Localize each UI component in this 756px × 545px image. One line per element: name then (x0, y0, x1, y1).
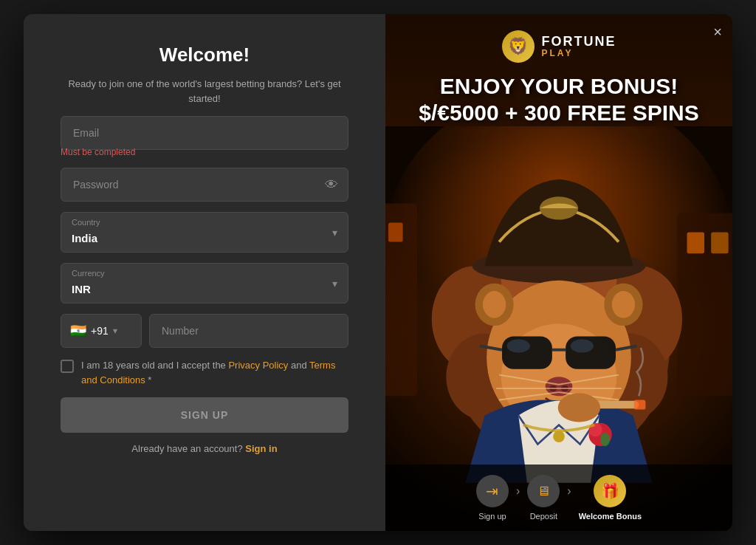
svg-point-42 (600, 433, 610, 446)
country-select-wrapper: Country India USA UK ▾ (61, 212, 348, 253)
terms-checkbox-row: I am 18 years old and I accept the Priva… (61, 358, 348, 387)
svg-rect-21 (566, 336, 616, 369)
terms-checkbox[interactable] (61, 360, 74, 373)
step-bonus-label: Welcome Bonus (579, 512, 642, 521)
step-signup-label: Sign up (478, 512, 506, 521)
bonus-line2: $/€5000 + 300 FREE SPINS (419, 100, 698, 126)
svg-rect-7 (687, 233, 704, 254)
phone-country-selector[interactable]: 🇮🇳 +91 ▾ (61, 314, 142, 348)
email-input[interactable] (61, 116, 348, 150)
modal-container: Welcome! Ready to join one of the world'… (24, 14, 732, 531)
svg-rect-44 (634, 400, 646, 410)
toggle-password-icon[interactable]: 👁 (325, 177, 338, 193)
svg-point-37 (483, 291, 506, 318)
bonus-text-block: ENJOY YOUR BONUS! $/€5000 + 300 FREE SPI… (396, 63, 721, 126)
close-button[interactable]: × (713, 24, 722, 39)
brand-fortune-text: FORTUNE (542, 35, 616, 49)
brand-header: 🦁 FORTUNE PLAY (502, 30, 616, 63)
email-group: Must be completed (61, 116, 348, 157)
password-group: 👁 (61, 168, 348, 202)
svg-point-23 (507, 339, 530, 352)
step-signup: ⇥ Sign up (476, 475, 509, 521)
phone-code: +91 (91, 325, 109, 337)
india-flag-icon: 🇮🇳 (70, 323, 86, 339)
country-label: Country (72, 218, 100, 227)
svg-point-45 (558, 393, 600, 422)
left-panel: Welcome! Ready to join one of the world'… (24, 14, 385, 531)
privacy-policy-link[interactable]: Privacy Policy (228, 360, 288, 371)
step-bonus-icon: 🎁 (594, 475, 626, 507)
step-arrow-2: › (567, 484, 571, 498)
email-error: Must be completed (61, 147, 348, 157)
brand-name-block: FORTUNE PLAY (542, 35, 616, 59)
svg-point-24 (571, 339, 594, 352)
step-arrow-1: › (516, 484, 520, 498)
svg-rect-20 (502, 336, 552, 369)
right-panel: × 🦁 FORTUNE PLAY ENJOY YOUR BONUS! $/€50… (385, 14, 732, 531)
step-signup-icon: ⇥ (476, 475, 509, 507)
currency-label: Currency (72, 269, 105, 278)
signin-prompt: Already have an account? Sign in (61, 443, 348, 454)
signin-link[interactable]: Sign in (245, 443, 277, 454)
step-bonus: 🎁 Welcome Bonus (579, 475, 642, 521)
welcome-subtitle: Ready to join one of the world's largest… (61, 77, 348, 106)
svg-rect-8 (711, 233, 728, 254)
bonus-line1: ENJOY YOUR BONUS! (419, 73, 698, 100)
password-input[interactable] (61, 168, 348, 202)
step-deposit-label: Deposit (530, 512, 557, 521)
brand-logo: 🦁 (502, 30, 535, 63)
country-select[interactable]: India USA UK (61, 213, 348, 252)
svg-point-46 (553, 431, 565, 442)
brand-play-text: PLAY (542, 49, 616, 58)
step-deposit-icon: 🖥 (527, 475, 560, 507)
welcome-title: Welcome! (61, 44, 348, 66)
steps-bar: ⇥ Sign up › 🖥 Deposit › 🎁 Welcome Bonus (385, 465, 732, 531)
svg-rect-4 (388, 222, 403, 241)
currency-select-wrapper: Currency INR USD EUR ▾ (61, 263, 348, 304)
svg-point-39 (612, 291, 635, 318)
terms-label: I am 18 years old and I accept the Priva… (81, 358, 348, 387)
step-deposit: 🖥 Deposit (527, 475, 560, 521)
phone-chevron-icon: ▾ (113, 326, 117, 336)
signup-button[interactable]: SIGN UP (61, 397, 348, 433)
phone-row: 🇮🇳 +91 ▾ (61, 314, 348, 348)
phone-input[interactable] (149, 314, 348, 348)
